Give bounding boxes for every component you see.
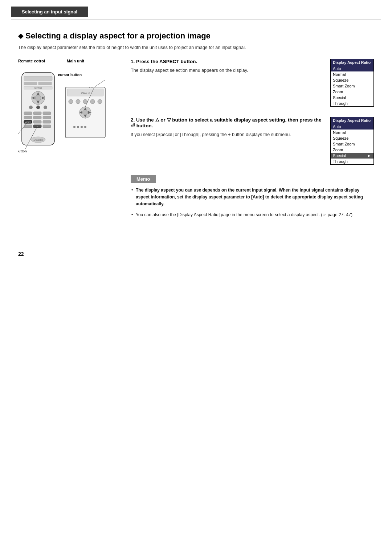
diagram-area: Remote cotrol Main unit SETTING	[18, 59, 120, 222]
svg-rect-16	[33, 112, 41, 115]
page-number: 22	[18, 251, 374, 257]
svg-point-35	[76, 99, 80, 104]
step-2-block: 2. Use the △ or ▽ button to select a sui…	[131, 117, 374, 165]
svg-rect-15	[24, 112, 32, 115]
svg-point-34	[69, 99, 73, 104]
aspect-menu-2: Display Aspect Ratio Auto Normal Squeeze…	[330, 117, 374, 165]
aspect-menu-2-item-special: Special►	[331, 153, 373, 159]
aspect-menu-1-item-normal: Normal	[331, 71, 373, 77]
svg-point-40	[83, 110, 88, 115]
svg-point-12	[29, 106, 33, 109]
main-unit-label: Main unit	[67, 59, 84, 63]
aspect-menu-2-item-squeeze: Squeeze	[331, 135, 373, 141]
remote-diagram: SETTING	[18, 65, 113, 189]
content-area: Remote cotrol Main unit SETTING	[18, 59, 374, 222]
aspect-menu-2-item-zoom: Zoom	[331, 147, 373, 153]
aspect-menu-2-header: Display Aspect Ratio	[331, 117, 373, 124]
step-1-text: 1. Press the ASPECT button. The display …	[131, 59, 323, 74]
memo-box: Memo The display aspect you can use depe…	[131, 175, 374, 218]
aspect-menu-1-header: Display Aspect Ratio	[331, 59, 373, 66]
aspect-menu-2-item-through: Through	[331, 159, 373, 164]
svg-text:SETTING: SETTING	[34, 87, 42, 89]
memo-header: Memo	[131, 175, 156, 183]
subtitle-text: The display aspect parameter sets the ra…	[18, 45, 374, 50]
svg-text:YAMAHA: YAMAHA	[81, 92, 90, 94]
diagram-labels: Remote cotrol Main unit	[18, 59, 120, 63]
svg-point-48	[84, 126, 86, 128]
svg-text:↵ button: ↵ button	[18, 149, 27, 153]
aspect-menu-2-item-auto: Auto	[331, 124, 373, 130]
step-1-desc: The display aspect selection menu appear…	[131, 67, 323, 74]
step-2-title: 2. Use the △ or ▽ button to select a sui…	[131, 117, 323, 128]
aspect-menu-1-item-smartzoom: Smart Zoom	[331, 83, 373, 89]
svg-rect-18	[24, 116, 32, 119]
diamond-icon: ◆	[18, 32, 23, 40]
svg-rect-2	[24, 82, 37, 85]
aspect-menu-1-item-auto: Auto	[331, 66, 373, 71]
svg-point-7	[35, 95, 41, 101]
step-1-block: 1. Press the ASPECT button. The display …	[131, 59, 374, 107]
memo-item-2: You can also use the [Display Aspect Rat…	[131, 211, 374, 218]
svg-text:cursor button: cursor button	[58, 73, 82, 77]
svg-point-38	[98, 99, 102, 104]
aspect-menu-1-item-zoom: Zoom	[331, 89, 373, 95]
svg-text:⊕ YAMAHA: ⊕ YAMAHA	[33, 139, 43, 141]
svg-point-37	[90, 99, 95, 104]
step-2-desc: If you select [Special] or [Through], pr…	[131, 131, 323, 138]
instructions-area: 1. Press the ASPECT button. The display …	[131, 59, 374, 222]
aspect-menu-2-item-normal: Normal	[331, 130, 373, 135]
svg-rect-20	[43, 116, 51, 119]
svg-rect-28	[43, 125, 51, 128]
breadcrumb-label: Selecting an input signal	[22, 9, 77, 15]
breadcrumb: Selecting an input signal	[11, 7, 88, 17]
aspect-menu-1-item-through: Through	[331, 100, 373, 106]
svg-text:ASPECT: ASPECT	[25, 122, 31, 123]
svg-point-47	[81, 126, 83, 128]
main-content: ◆ Selecting a display aspect for a proje…	[0, 31, 392, 271]
aspect-menu-1: Display Aspect Ratio Auto Normal Squeeze…	[330, 59, 374, 107]
svg-rect-17	[43, 112, 51, 115]
step-1-title: 1. Press the ASPECT button.	[131, 59, 323, 64]
page-title: ◆ Selecting a display aspect for a proje…	[18, 31, 374, 41]
aspect-menu-1-item-squeeze: Squeeze	[331, 77, 373, 83]
svg-point-45	[73, 126, 75, 128]
memo-item-1: The display aspect you can use depends o…	[131, 187, 374, 208]
aspect-menu-1-item-special: Special	[331, 95, 373, 100]
svg-point-13	[36, 106, 40, 109]
svg-rect-3	[38, 82, 52, 85]
divider	[11, 20, 381, 20]
step-2-text: 2. Use the △ or ▽ button to select a sui…	[131, 117, 323, 138]
remote-label: Remote cotrol	[18, 59, 45, 63]
svg-point-14	[44, 106, 47, 109]
svg-rect-1	[24, 76, 52, 81]
svg-rect-23	[33, 120, 41, 123]
aspect-menu-2-item-smartzoom: Smart Zoom	[331, 141, 373, 147]
svg-line-50	[94, 80, 105, 87]
svg-point-46	[77, 126, 79, 128]
svg-rect-19	[33, 116, 41, 119]
svg-rect-24	[43, 120, 51, 123]
